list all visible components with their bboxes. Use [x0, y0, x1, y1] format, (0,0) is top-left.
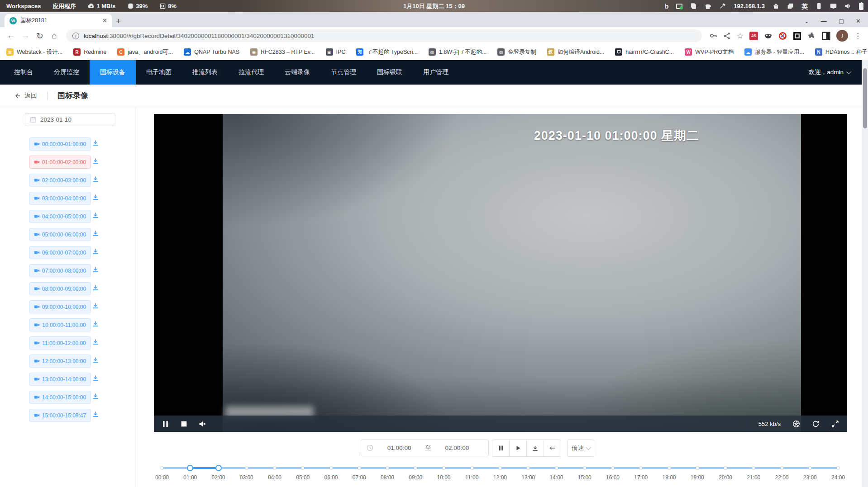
- segment-button[interactable]: 14:00:00-15:00:00: [29, 391, 91, 404]
- display-icon[interactable]: [830, 3, 837, 9]
- segment-button[interactable]: 10:00:00-11:00:00: [29, 318, 91, 331]
- reload-button[interactable]: ↻: [33, 31, 47, 41]
- browser-menu-icon[interactable]: ⋮: [854, 31, 862, 41]
- snapshot-icon[interactable]: [792, 420, 800, 428]
- timeline-hour-dot[interactable]: [273, 467, 276, 469]
- timeline-hour-dot[interactable]: [161, 467, 163, 469]
- back-link[interactable]: 返回: [14, 92, 37, 100]
- timeline-hour-dot[interactable]: [611, 467, 614, 469]
- nav-item-10[interactable]: 用户管理: [413, 60, 459, 85]
- clock[interactable]: 1月10日 星期二 15：09: [403, 2, 465, 10]
- window-minimize-button[interactable]: —: [821, 18, 827, 24]
- segment-download-button[interactable]: [92, 194, 102, 203]
- color-picker-icon[interactable]: [719, 3, 726, 9]
- extension-frame-icon[interactable]: [793, 32, 801, 40]
- bookmark-item[interactable]: WWVP-PRO文档: [685, 48, 734, 56]
- mute-icon[interactable]: [199, 420, 206, 428]
- nav-item-9[interactable]: 国标级联: [367, 60, 413, 85]
- browser-tab[interactable]: W 国标28181 ✕: [5, 14, 112, 27]
- segment-button[interactable]: 07:00:00-08:00:00: [29, 264, 91, 277]
- nav-item-5[interactable]: 推流列表: [182, 60, 228, 85]
- share-icon[interactable]: [723, 32, 731, 40]
- play-button[interactable]: [509, 440, 527, 457]
- segment-button[interactable]: 09:00:00-10:00:00: [29, 300, 91, 313]
- timeline-hour-dot[interactable]: [414, 467, 417, 469]
- timeline-hour-dot[interactable]: [837, 467, 839, 469]
- start-time-value[interactable]: 01:00:00: [373, 444, 425, 451]
- nav-item-7[interactable]: 云端录像: [274, 60, 320, 85]
- timeline-hour-dot[interactable]: [330, 467, 333, 469]
- home-icon[interactable]: [773, 3, 779, 9]
- bookmark-item[interactable]: Cjava、android可...: [117, 48, 173, 56]
- beverage-icon[interactable]: [705, 3, 711, 9]
- timeline-hour-dot[interactable]: [499, 467, 501, 469]
- fullscreen-icon[interactable]: [831, 420, 839, 428]
- bookmark-item[interactable]: NHDAtmos :: 种子 *...: [815, 48, 868, 56]
- segment-download-button[interactable]: [92, 139, 102, 149]
- segment-button[interactable]: 06:00:00-07:00:00: [29, 246, 91, 259]
- segment-button[interactable]: 00:00:00-01:00:00: [29, 137, 91, 151]
- bookmark-item[interactable]: ≋Webstack - 设计...: [6, 48, 62, 56]
- bookmark-item[interactable]: ᗜhairrrrr/C-CrashC...: [615, 48, 674, 56]
- date-picker[interactable]: 2023-01-10: [25, 113, 115, 126]
- profile-avatar[interactable]: J: [836, 30, 848, 42]
- bookmark-item[interactable]: 蚁如何编译Android...: [547, 48, 605, 56]
- seek-back-button[interactable]: [544, 440, 561, 457]
- timeline-hour-dot[interactable]: [583, 467, 586, 469]
- timeline-hour-dot[interactable]: [809, 467, 811, 469]
- page-scrollbar[interactable]: [862, 60, 868, 487]
- segment-download-button[interactable]: [92, 230, 102, 240]
- time-range-picker[interactable]: 01:00:00 至 02:00:00: [361, 440, 489, 456]
- timeline-hour-dot[interactable]: [358, 467, 361, 469]
- nav-item-6[interactable]: 拉流代理: [228, 60, 274, 85]
- ip-address[interactable]: 192.168.1.3: [734, 3, 765, 9]
- video-player[interactable]: 2023-01-10 01:00:00 星期二 552 kb/s: [154, 114, 847, 432]
- new-tab-button[interactable]: +: [116, 17, 121, 25]
- refresh-icon[interactable]: [812, 420, 820, 428]
- nav-item-4[interactable]: 电子地图: [136, 60, 182, 85]
- scrollbar-thumb[interactable]: [863, 68, 867, 128]
- timeline-hour-dot[interactable]: [639, 467, 642, 469]
- timeline-hour-dot[interactable]: [443, 467, 445, 469]
- window-close-button[interactable]: ✕: [856, 18, 861, 24]
- segment-button[interactable]: 03:00:00-04:00:00: [29, 192, 91, 205]
- bookmark-item[interactable]: ☁QNAP Turbo NAS: [184, 48, 239, 56]
- bookmark-star-icon[interactable]: ☆: [737, 31, 744, 41]
- timeline-hour-dot[interactable]: [527, 467, 529, 469]
- segment-download-button[interactable]: [92, 411, 102, 421]
- reader-mode-icon[interactable]: [822, 32, 830, 40]
- timeline-hour-dot[interactable]: [781, 467, 783, 469]
- timeline-hour-dot[interactable]: [301, 467, 304, 469]
- pause-button[interactable]: [492, 440, 510, 457]
- timeline-track[interactable]: [162, 467, 838, 469]
- bookmark-item[interactable]: 知了不起的 TypeScri...: [356, 48, 418, 56]
- segment-download-button[interactable]: [92, 338, 102, 348]
- forward-button[interactable]: →: [18, 31, 33, 41]
- segment-download-button[interactable]: [92, 157, 102, 167]
- bookmark-item[interactable]: ☁服务器 - 轻量应用...: [744, 48, 804, 56]
- bookmark-item[interactable]: ▣IPC: [326, 48, 346, 56]
- segment-download-button[interactable]: [92, 266, 102, 276]
- segment-button[interactable]: 04:00:00-05:00:00: [29, 210, 91, 223]
- pause-icon[interactable]: [162, 420, 169, 428]
- segment-download-button[interactable]: [92, 248, 102, 258]
- site-info-icon[interactable]: i: [72, 33, 79, 39]
- bookmark-item[interactable]: ◍1.8W字|了不起的...: [429, 48, 486, 56]
- window-switcher-icon[interactable]: [787, 3, 794, 9]
- timeline-hour-dot[interactable]: [245, 467, 248, 469]
- timeline-hour-dot[interactable]: [668, 467, 671, 469]
- user-menu[interactable]: 欢迎，admin: [809, 60, 868, 85]
- segment-download-button[interactable]: [92, 374, 102, 384]
- segment-download-button[interactable]: [92, 175, 102, 185]
- workspaces-button[interactable]: Workspaces: [6, 3, 41, 9]
- volume-icon[interactable]: [844, 3, 851, 9]
- bookmark-item[interactable]: ◍免登录复制: [497, 48, 536, 56]
- end-time-value[interactable]: 02:00:00: [431, 444, 483, 451]
- search-b-icon[interactable]: b: [665, 3, 669, 9]
- timeline-hour-dot[interactable]: [724, 467, 727, 469]
- extensions-puzzle-icon[interactable]: [807, 32, 816, 40]
- screenshot-icon[interactable]: [676, 4, 682, 9]
- segment-button[interactable]: 13:00:00-14:00:00: [29, 373, 91, 386]
- extension-mask-icon[interactable]: [764, 32, 773, 40]
- segment-button[interactable]: 08:00:00-09:00:00: [29, 282, 91, 295]
